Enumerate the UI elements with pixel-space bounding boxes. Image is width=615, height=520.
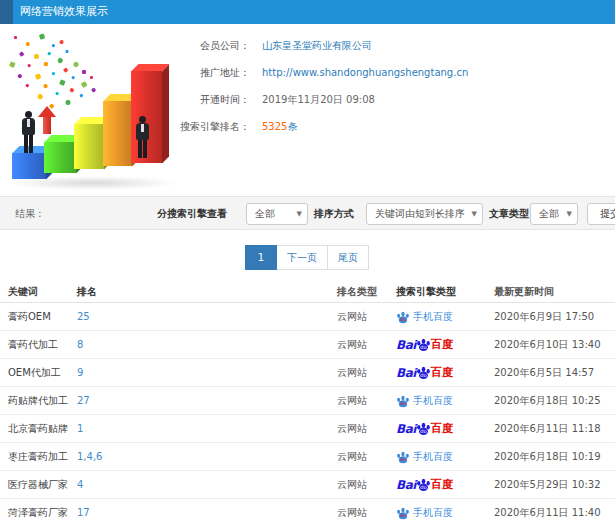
cell-rank-link[interactable]: 9 <box>77 367 337 378</box>
chart-bar-3 <box>103 101 132 166</box>
svg-text:du: du <box>400 513 406 518</box>
confetti-dot <box>59 79 65 85</box>
baidu-logo: Bai du 百度 <box>396 477 453 492</box>
cell-engine-type: du 手机百度 <box>396 506 494 520</box>
baidu-paw-icon: du <box>416 365 431 380</box>
baidu-paw-icon: du <box>416 421 431 436</box>
header-rank: 排名 <box>77 285 337 299</box>
cell-keyword: 药贴牌代加工 <box>0 394 77 408</box>
article-type-select[interactable]: 全部 ▼ <box>530 203 578 225</box>
info-value[interactable]: 山东皇圣堂药业有限公司 <box>262 39 372 53</box>
baidu-paw-icon: du <box>396 506 410 520</box>
info-value[interactable]: http://www.shandonghuangshengtang.cn <box>262 67 468 78</box>
confetti-dot <box>60 40 64 44</box>
confetti-dot <box>69 87 74 92</box>
table-row-1: 膏药代加工8云网站 Bai du 百度2020年6月10日 13:40 <box>0 331 615 359</box>
up-arrow-stem <box>43 117 51 134</box>
confetti-dot <box>91 87 96 92</box>
confetti-dot <box>90 76 93 79</box>
cell-updated: 2020年6月18日 10:25 <box>494 394 607 408</box>
confetti-dot <box>44 84 48 88</box>
cell-keyword: 膏药代加工 <box>0 338 77 352</box>
confetti-dot <box>52 72 55 75</box>
cell-keyword: 枣庄膏药加工 <box>0 450 77 464</box>
cell-rank-type: 云网站 <box>337 478 396 492</box>
chart-bar-1 <box>44 142 76 173</box>
svg-text:du: du <box>420 372 426 378</box>
confetti-dot <box>28 64 31 67</box>
confetti-dot <box>81 81 87 87</box>
info-value: 2019年11月20日 09:08 <box>262 93 375 107</box>
svg-text:du: du <box>420 484 426 490</box>
table-row-0: 膏药OEM25云网站 du 手机百度2020年6月9日 17:50 <box>0 303 615 331</box>
confetti-dot <box>66 50 69 53</box>
chevron-down-icon: ▼ <box>567 204 572 224</box>
cell-keyword: OEM代加工 <box>0 366 77 380</box>
baidu-logo: Bai du 百度 <box>396 337 453 352</box>
confetti-dot <box>9 61 15 67</box>
table-row-7: 菏泽膏药厂家17云网站 du 手机百度2020年6月11日 11:40 <box>0 499 615 520</box>
info-row-3: 搜索引擎排名：5325条 <box>160 113 610 140</box>
sort-filter-label: 排序方式 <box>314 197 354 230</box>
cell-rank-link[interactable]: 4 <box>77 479 337 490</box>
ranking-count: 5325 <box>262 121 287 132</box>
baidu-paw-icon: du <box>396 310 410 324</box>
info-label: 会员公司： <box>160 39 250 53</box>
engine-filter-select[interactable]: 全部 ▼ <box>246 203 308 225</box>
confetti-dot <box>17 73 22 78</box>
title-bar-accent-strip <box>0 0 13 24</box>
cell-rank-link[interactable]: 27 <box>77 395 337 406</box>
cell-engine-type: du 手机百度 <box>396 394 494 408</box>
confetti-dot <box>19 51 24 56</box>
page-title: 网络营销效果展示 <box>20 0 108 24</box>
article-type-label: 文章类型 <box>489 197 529 230</box>
confetti-dot <box>82 70 86 74</box>
chart-bar-0 <box>12 153 46 179</box>
cell-rank-type: 云网站 <box>337 338 396 352</box>
cell-engine-type: Bai du 百度 <box>396 365 494 380</box>
info-label: 推广地址： <box>160 66 250 80</box>
table-header-row: 关键词 排名 排名类型 搜索引擎类型 最新更新时间 <box>0 281 615 303</box>
cell-rank-type: 云网站 <box>337 366 396 380</box>
table-row-4: 北京膏药贴牌1云网站 Bai du 百度2020年6月11日 11:18 <box>0 415 615 443</box>
confetti-dot <box>57 57 63 63</box>
cell-updated: 2020年6月9日 17:50 <box>494 310 607 324</box>
confetti-dot <box>14 36 17 39</box>
svg-text:du: du <box>420 344 426 350</box>
member-info-panel: 会员公司：山东皇圣堂药业有限公司推广地址：http://www.shandong… <box>160 32 610 140</box>
baidu-paw-icon: du <box>416 477 431 492</box>
page-button-last[interactable]: 尾页 <box>327 245 369 270</box>
cell-rank-link[interactable]: 8 <box>77 339 337 350</box>
cell-rank-type: 云网站 <box>337 422 396 436</box>
cell-updated: 2020年6月10日 13:40 <box>494 338 607 352</box>
cell-rank-link[interactable]: 25 <box>77 311 337 322</box>
cell-keyword: 膏药OEM <box>0 310 77 324</box>
title-bar: 网络营销效果展示 <box>0 0 615 24</box>
cell-rank-link[interactable]: 1,4,6 <box>77 451 337 462</box>
cell-engine-type: Bai du 百度 <box>396 421 494 436</box>
businessman-figure-1 <box>136 116 149 158</box>
submit-button[interactable]: 提交 <box>587 203 615 225</box>
businessman-figure-0 <box>22 111 35 153</box>
filter-bar: 结果： 分搜索引擎查看 全部 ▼ 排序方式 关键词由短到长排序 ▼ 文章类型 全… <box>0 196 615 230</box>
baidu-paw-icon: du <box>396 394 410 408</box>
info-label: 开通时间： <box>160 93 250 107</box>
confetti-dot <box>72 76 75 79</box>
cell-engine-type: Bai du 百度 <box>396 337 494 352</box>
cell-rank-link[interactable]: 1 <box>77 423 337 434</box>
page-button-current[interactable]: 1 <box>245 245 277 270</box>
cell-rank-type: 云网站 <box>337 450 396 464</box>
svg-text:du: du <box>400 401 406 406</box>
cell-updated: 2020年6月11日 11:40 <box>494 506 607 520</box>
confetti-dot <box>66 100 71 105</box>
page-button-next[interactable]: 下一页 <box>276 245 328 270</box>
pagination: 1 下一页 尾页 <box>0 245 615 270</box>
sort-filter-select[interactable]: 关键词由短到长排序 ▼ <box>366 203 483 225</box>
cell-updated: 2020年5月29日 10:32 <box>494 478 607 492</box>
table-row-5: 枣庄膏药加工1,4,6云网站 du 手机百度2020年6月18日 10:19 <box>0 443 615 471</box>
result-label: 结果： <box>15 197 45 230</box>
info-label: 搜索引擎排名： <box>160 120 250 134</box>
up-arrow-icon <box>38 106 56 117</box>
cell-rank-link[interactable]: 17 <box>77 507 337 518</box>
info-row-2: 开通时间：2019年11月20日 09:08 <box>160 86 610 113</box>
